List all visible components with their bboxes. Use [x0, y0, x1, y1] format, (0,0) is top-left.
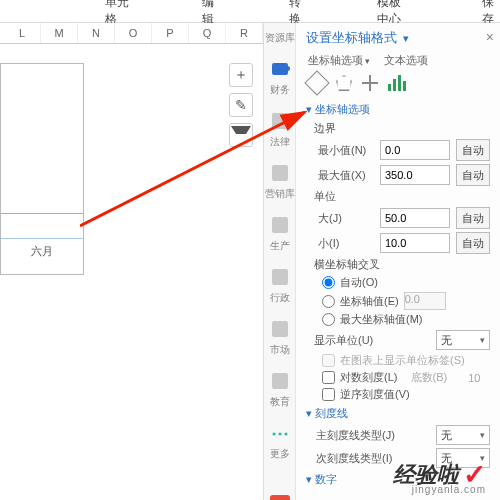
- cross-label: 横坐标轴交叉: [314, 257, 490, 272]
- col-Q[interactable]: Q: [189, 23, 226, 43]
- production-icon: [272, 217, 288, 233]
- chart-tool-pills: ＋ ✎: [229, 63, 253, 147]
- cross-value-input: 0.0: [404, 292, 446, 310]
- log-scale-label: 对数刻度(L): [340, 370, 397, 385]
- embedded-chart[interactable]: 六月: [0, 63, 84, 275]
- tick-major-select[interactable]: 无: [436, 425, 490, 445]
- tick-major-label: 主刻度线类型(J): [316, 428, 402, 443]
- more-icon: ⋯: [271, 422, 289, 444]
- chart-add-icon[interactable]: ＋: [229, 63, 253, 87]
- minor-unit-label: 小(I): [318, 236, 374, 251]
- display-unit-label: 显示单位(U): [314, 333, 388, 348]
- max-auto-button[interactable]: 自动: [456, 164, 490, 186]
- sidebar-item-market[interactable]: 市场: [270, 319, 290, 357]
- cross-auto-radio[interactable]: [322, 276, 335, 289]
- col-R[interactable]: R: [226, 23, 263, 43]
- col-L[interactable]: L: [4, 23, 41, 43]
- sidebar-item-redpacket[interactable]: [270, 495, 290, 500]
- min-label: 最小值(N): [318, 143, 374, 158]
- chart-options-icon[interactable]: [388, 75, 406, 91]
- cross-value-radio[interactable]: [322, 295, 335, 308]
- fill-icon[interactable]: [304, 70, 329, 95]
- wallet-icon: [272, 63, 288, 75]
- major-unit-input[interactable]: [380, 208, 450, 228]
- bounds-label: 边界: [314, 121, 490, 136]
- admin-icon: [272, 269, 288, 285]
- top-tab-bar: 单元格 编辑 转换 模板中心 保存: [0, 0, 500, 23]
- sidebar-item-legal[interactable]: 法律: [270, 111, 290, 149]
- sidebar-item-label: 更多: [270, 447, 290, 461]
- resource-sidebar: 资源库 财务 法律 营销库 生产 行政 市场 教育 ⋯: [264, 23, 296, 500]
- max-input[interactable]: [380, 165, 450, 185]
- log-base-label: 底数(B): [411, 370, 448, 385]
- tab-text-options[interactable]: 文本选项: [384, 53, 428, 68]
- sidebar-item-more[interactable]: ⋯ 更多: [270, 423, 290, 461]
- sidebar-item-education[interactable]: 教育: [270, 371, 290, 409]
- resource-lib-label[interactable]: 资源库: [265, 31, 295, 45]
- chart-series-line: [1, 213, 83, 214]
- max-label: 最大值(X): [318, 168, 374, 183]
- panel-close-icon[interactable]: ×: [486, 29, 494, 45]
- cross-max-label: 最大坐标轴值(M): [340, 312, 423, 327]
- sidebar-item-label: 市场: [270, 343, 290, 357]
- funnel-icon: [231, 126, 251, 144]
- show-unit-label-text: 在图表上显示单位标签(S): [340, 353, 465, 368]
- section-axis-options[interactable]: 坐标轴选项: [306, 102, 490, 117]
- col-P[interactable]: P: [152, 23, 189, 43]
- sidebar-item-admin[interactable]: 行政: [270, 267, 290, 305]
- col-O[interactable]: O: [115, 23, 152, 43]
- sidebar-item-label: 营销库: [265, 187, 295, 201]
- tab-axis-options[interactable]: 坐标轴选项▾: [308, 53, 370, 68]
- sidebar-item-label: 法律: [270, 135, 290, 149]
- major-unit-label: 大(J): [318, 211, 374, 226]
- sidebar-item-label: 生产: [270, 239, 290, 253]
- sidebar-item-marketing[interactable]: 营销库: [265, 163, 295, 201]
- cross-value-label: 坐标轴值(E): [340, 294, 399, 309]
- chart-axis-line: [1, 238, 83, 239]
- market-icon: [272, 321, 288, 337]
- marketing-icon: [272, 165, 288, 181]
- chart-filter-icon[interactable]: [229, 123, 253, 147]
- tick-minor-label: 次刻度线类型(I): [316, 451, 402, 466]
- major-auto-button[interactable]: 自动: [456, 207, 490, 229]
- show-unit-label-checkbox: [322, 354, 335, 367]
- size-icon[interactable]: [362, 75, 378, 91]
- cross-max-radio[interactable]: [322, 313, 335, 326]
- minor-auto-button[interactable]: 自动: [456, 232, 490, 254]
- effects-icon[interactable]: [336, 75, 352, 91]
- cross-auto-label: 自动(O): [340, 275, 378, 290]
- legal-icon: [272, 113, 288, 129]
- min-input[interactable]: [380, 140, 450, 160]
- watermark-url: jingyanla.com: [412, 484, 486, 495]
- reverse-order-label: 逆序刻度值(V): [340, 387, 410, 402]
- col-N[interactable]: N: [78, 23, 115, 43]
- minor-unit-input[interactable]: [380, 233, 450, 253]
- sidebar-item-label: 教育: [270, 395, 290, 409]
- col-M[interactable]: M: [41, 23, 78, 43]
- format-category-icons: [308, 74, 490, 92]
- watermark: 经验啦 ✓ jingyanla.com: [393, 458, 486, 491]
- education-icon: [272, 373, 288, 389]
- red-envelope-icon: [270, 495, 290, 500]
- panel-title: 设置坐标轴格式: [306, 29, 397, 47]
- unit-label: 单位: [314, 189, 490, 204]
- section-ticks[interactable]: 刻度线: [306, 406, 490, 421]
- log-base-value: 10: [460, 372, 488, 384]
- column-headers: L M N O P Q R: [0, 23, 263, 44]
- worksheet[interactable]: L M N O P Q R 六月 ＋ ✎: [0, 23, 264, 500]
- format-axis-panel: 设置坐标轴格式 ▾ × 坐标轴选项▾ 文本选项 坐标轴选项 边界 最小值(N) …: [296, 23, 500, 500]
- panel-dropdown-icon[interactable]: ▾: [403, 32, 409, 45]
- sidebar-item-production[interactable]: 生产: [270, 215, 290, 253]
- display-unit-select[interactable]: 无: [436, 330, 490, 350]
- sidebar-item-label: 财务: [270, 83, 290, 97]
- reverse-order-checkbox[interactable]: [322, 388, 335, 401]
- chart-x-label: 六月: [31, 244, 53, 259]
- panel-tabs: 坐标轴选项▾ 文本选项: [308, 53, 490, 68]
- sidebar-item-finance[interactable]: 财务: [270, 59, 290, 97]
- sidebar-item-label: 行政: [270, 291, 290, 305]
- chart-style-icon[interactable]: ✎: [229, 93, 253, 117]
- min-auto-button[interactable]: 自动: [456, 139, 490, 161]
- log-scale-checkbox[interactable]: [322, 371, 335, 384]
